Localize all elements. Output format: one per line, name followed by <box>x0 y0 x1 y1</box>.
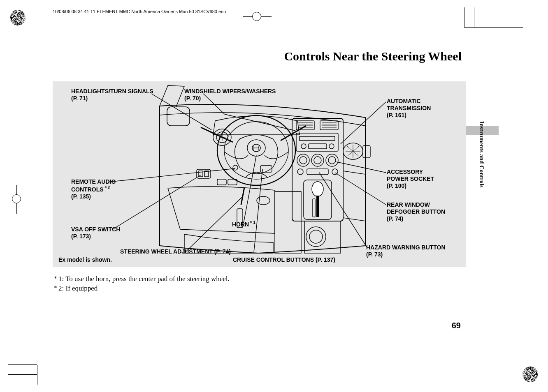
svg-point-39 <box>309 230 323 243</box>
dashboard-diagram: HEADLIGHTS/TURN SIGNALS (P. 71) WINDSHIE… <box>53 81 466 267</box>
callout-page-ref: (P. 100) <box>387 182 406 189</box>
crop-mark <box>8 374 37 375</box>
svg-point-20 <box>300 157 307 164</box>
svg-point-38 <box>306 227 326 247</box>
callout-steering-adjustment: STEERING WHEEL ADJUSTMENT (P. 74) <box>120 248 231 255</box>
callout-text: TRANSMISSION <box>387 105 431 111</box>
print-metadata: 10/08/06 08:34:41 11 ELEMENT MMC North A… <box>53 9 226 14</box>
crop-mark <box>464 7 464 27</box>
callout-text: STEERING WHEEL ADJUSTMENT (P. 74) <box>120 248 231 255</box>
callout-page-ref: (P. 71) <box>71 95 88 101</box>
svg-point-7 <box>233 165 238 170</box>
crop-mark <box>474 7 474 27</box>
callout-accessory-socket: ACCESSORY POWER SOCKET (P. 100) <box>387 168 434 189</box>
page-title: Controls Near the Steering Wheel <box>284 49 462 63</box>
page-number: 69 <box>452 321 461 330</box>
callout-page-ref: (P. 161) <box>387 112 406 118</box>
svg-line-42 <box>225 114 295 131</box>
callout-page-ref: (P. 74) <box>387 215 403 222</box>
callout-rear-defogger: REAR WINDOW DEFOGGER BUTTON (P. 74) <box>387 201 445 222</box>
footnote-2: ＊2: If equipped <box>53 284 230 293</box>
callout-headlights: HEADLIGHTS/TURN SIGNALS (P. 71) <box>71 88 153 102</box>
callout-page-ref: (P. 173) <box>71 233 91 240</box>
callout-text: POWER SOCKET <box>387 175 434 182</box>
svg-rect-10 <box>296 121 314 130</box>
asterisk-icon: ＊ <box>53 274 58 282</box>
footnote-text: 1: To use the horn, press the center pad… <box>58 275 230 283</box>
title-rule <box>53 66 466 66</box>
section-tab-label: Instruments and Controls <box>478 121 485 188</box>
footnote-1: ＊1: To use the horn, press the center pa… <box>53 274 230 284</box>
svg-point-15 <box>329 144 334 149</box>
svg-point-18 <box>311 154 324 166</box>
footnotes: ＊1: To use the horn, press the center pa… <box>53 274 230 293</box>
svg-rect-16 <box>309 144 327 149</box>
svg-rect-24 <box>307 169 328 175</box>
svg-point-2 <box>224 122 288 179</box>
svg-line-48 <box>244 155 256 223</box>
svg-point-23 <box>297 169 303 175</box>
svg-point-14 <box>301 144 306 149</box>
callout-text: HAZARD WARNING BUTTON <box>366 244 446 251</box>
svg-rect-11 <box>320 121 338 130</box>
svg-point-21 <box>314 157 321 164</box>
callout-remote-audio: REMOTE AUDIO CONTROLS＊2 (P. 135) <box>71 178 116 200</box>
callout-superscript: ＊1 <box>249 220 255 225</box>
svg-point-19 <box>326 154 338 166</box>
callout-text: DEFOGGER BUTTON <box>387 208 445 215</box>
crop-mark <box>464 27 523 28</box>
callout-text: CONTROLS <box>71 186 104 193</box>
callout-auto-transmission: AUTOMATIC TRANSMISSION (P. 161) <box>387 98 431 119</box>
svg-rect-30 <box>363 145 370 158</box>
callout-text: REAR WINDOW <box>387 201 430 208</box>
crop-mark <box>37 365 37 385</box>
callout-text: WINDSHIELD WIPERS/WASHERS <box>184 88 276 95</box>
callout-text: HORN <box>232 221 249 228</box>
callout-horn: HORN＊1 <box>232 220 255 228</box>
callout-hazard: HAZARD WARNING BUTTON (P. 73) <box>366 244 446 258</box>
asterisk-icon: ＊ <box>53 284 58 292</box>
crop-mark <box>8 364 37 365</box>
svg-line-44 <box>108 168 235 182</box>
printer-rosette-icon <box>10 10 26 25</box>
svg-rect-34 <box>217 179 226 185</box>
printer-rosette-icon <box>522 367 538 382</box>
callout-page-ref: (P. 73) <box>366 251 383 258</box>
svg-line-50 <box>335 173 386 205</box>
diagram-note: Ex model is shown. <box>58 256 112 263</box>
svg-rect-13 <box>300 136 335 141</box>
callout-text: VSA OFF SWITCH <box>71 226 120 233</box>
callout-wipers: WINDSHIELD WIPERS/WASHERS (P. 70) <box>184 88 276 102</box>
svg-rect-28 <box>313 199 315 217</box>
footnote-text: 2: If equipped <box>58 284 98 292</box>
svg-point-17 <box>297 154 309 166</box>
callout-text: HEADLIGHTS/TURN SIGNALS <box>71 88 153 95</box>
callout-cruise-control: CRUISE CONTROL BUTTONS (P. 137) <box>233 256 335 263</box>
svg-point-27 <box>312 182 323 196</box>
callout-text: AUTOMATIC <box>387 98 421 104</box>
callout-page-ref: (P. 135) <box>71 193 91 200</box>
callout-superscript: ＊2 <box>104 185 110 190</box>
callout-text: REMOTE AUDIO <box>71 178 116 185</box>
callout-text: ACCESSORY <box>387 168 423 175</box>
svg-point-1 <box>217 115 295 185</box>
svg-line-46 <box>254 169 262 252</box>
svg-line-45 <box>113 175 201 229</box>
callout-page-ref: (P. 70) <box>184 95 201 101</box>
callout-vsa-off: VSA OFF SWITCH (P. 173) <box>71 226 120 240</box>
svg-point-22 <box>328 157 336 164</box>
